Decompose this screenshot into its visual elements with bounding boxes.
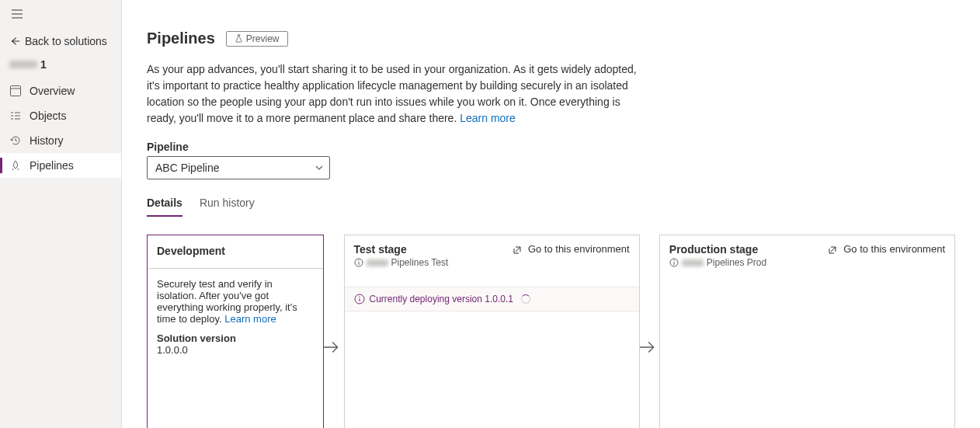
menu-icon: [11, 8, 23, 20]
learn-more-link[interactable]: Learn more: [460, 112, 516, 124]
spinner-icon: [521, 294, 530, 304]
back-label: Back to solutions: [25, 35, 107, 47]
card-header: Development: [148, 235, 323, 269]
goto-environment-link[interactable]: Go to this environment: [828, 243, 945, 255]
open-external-icon: [513, 244, 523, 255]
deploying-status-bar: Currently deploying version 1.0.0.1: [345, 287, 639, 311]
nav-label: Overview: [30, 85, 75, 97]
stage-title: Production stage: [669, 243, 766, 256]
redacted-text: [682, 259, 704, 266]
tab-details[interactable]: Details: [147, 197, 182, 217]
rocket-icon: [9, 159, 22, 172]
nav-label: History: [30, 134, 64, 147]
stage-card-production: Production stage Pipelines Prod Go to th…: [659, 235, 955, 428]
page-title: Pipelines: [147, 30, 215, 47]
card-body: Securely test and verify in isolation. A…: [148, 269, 323, 428]
goto-label: Go to this environment: [843, 243, 945, 255]
pipeline-select-value: ABC Pipeline: [147, 156, 330, 179]
stages-row: Development Securely test and verify in …: [147, 235, 955, 428]
stage-arrow: [640, 235, 659, 428]
back-to-solutions-link[interactable]: Back to solutions: [0, 30, 121, 55]
svg-rect-3: [11, 86, 21, 96]
sidebar-item-history[interactable]: History: [0, 128, 121, 153]
redacted-text: [9, 61, 37, 68]
page-description: As your app advances, you'll start shari…: [147, 61, 644, 127]
stage-title: Test stage: [354, 243, 449, 256]
overview-icon: [9, 85, 22, 97]
tab-run-history[interactable]: Run history: [200, 197, 255, 217]
environment-line: Pipelines Prod: [669, 257, 766, 268]
tabs: Details Run history: [147, 197, 955, 217]
goto-label: Go to this environment: [528, 243, 630, 255]
main-content: Pipelines Preview As your app advances, …: [122, 0, 980, 428]
learn-more-link[interactable]: Learn more: [224, 313, 276, 325]
solution-name: 1: [0, 55, 121, 78]
description-text: As your app advances, you'll start shari…: [147, 63, 637, 124]
solution-name-suffix: 1: [40, 58, 47, 71]
pipeline-label: Pipeline: [147, 141, 955, 153]
history-icon: [9, 134, 22, 147]
info-icon: [354, 258, 363, 267]
environment-name: Pipelines Test: [391, 257, 449, 268]
goto-environment-link[interactable]: Go to this environment: [513, 243, 630, 255]
card-header: Production stage Pipelines Prod Go to th…: [660, 235, 954, 276]
nav-label: Pipelines: [30, 159, 74, 172]
preview-badge: Preview: [226, 31, 288, 47]
sidebar-item-pipelines[interactable]: Pipelines: [0, 153, 121, 178]
open-external-icon: [828, 244, 839, 255]
card-header: Test stage Pipelines Test Go to this env…: [345, 235, 639, 276]
stage-card-development: Development Securely test and verify in …: [147, 235, 324, 428]
solution-version-value: 1.0.0.0: [157, 344, 314, 356]
sidebar-item-overview[interactable]: Overview: [0, 78, 121, 103]
nav-label: Objects: [30, 110, 66, 122]
svg-point-13: [358, 260, 359, 261]
sidebar: Back to solutions 1 Overview Objects His…: [0, 0, 122, 428]
svg-point-16: [359, 296, 360, 297]
environment-name: Pipelines Prod: [707, 257, 766, 268]
preview-label: Preview: [246, 33, 280, 44]
environment-line: Pipelines Test: [354, 257, 449, 268]
flask-icon: [235, 34, 243, 43]
pipeline-select[interactable]: ABC Pipeline: [147, 156, 330, 179]
solution-version-label: Solution version: [157, 332, 314, 344]
redacted-text: [367, 259, 388, 266]
info-icon: [669, 258, 679, 267]
hamburger-menu[interactable]: [0, 8, 121, 30]
stage-title: Development: [157, 245, 314, 257]
info-icon: [354, 294, 365, 304]
deploying-text: Currently deploying version 1.0.0.1: [370, 294, 513, 304]
sidebar-item-objects[interactable]: Objects: [0, 103, 121, 128]
svg-point-19: [673, 260, 674, 261]
title-row: Pipelines Preview: [147, 30, 955, 47]
stage-card-test: Test stage Pipelines Test Go to this env…: [344, 235, 640, 428]
stage-arrow: [324, 235, 343, 428]
arrow-left-icon: [9, 36, 20, 47]
objects-icon: [9, 110, 22, 122]
